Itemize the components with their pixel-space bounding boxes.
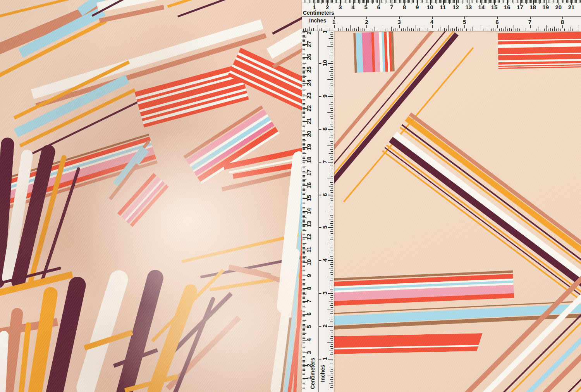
inch-tick [569, 29, 569, 31]
cm-tick [303, 67, 305, 68]
ruler-number-cm: 8 [306, 287, 312, 290]
cm-tick [303, 226, 305, 227]
cm-tick [521, 0, 522, 3]
cm-tick [433, 0, 433, 3]
inch-tick [342, 27, 342, 31]
inch-tick [330, 149, 333, 150]
ruler-number-cm: 14 [306, 208, 312, 214]
cm-tick [560, 0, 560, 3]
inch-tick [329, 301, 333, 301]
inch-tick [327, 178, 333, 178]
inch-tick [483, 29, 483, 31]
cm-tick [303, 308, 306, 308]
cm-tick [303, 356, 305, 357]
cm-tick [303, 103, 305, 104]
cm-tick [570, 0, 571, 3]
inch-tick [329, 318, 333, 318]
cm-tick [303, 294, 306, 295]
cm-tick [303, 99, 305, 100]
ruler-number-cm: 11 [440, 4, 446, 10]
cm-tick [442, 0, 442, 3]
inch-tick [391, 27, 392, 31]
cm-tick [303, 265, 305, 265]
cm-tick [303, 349, 305, 349]
inch-tick [331, 45, 333, 45]
inch-tick [330, 240, 333, 240]
cm-tick [371, 0, 371, 3]
inch-tick [559, 28, 559, 31]
inch-tick [331, 217, 333, 217]
cm-tick [303, 221, 305, 222]
cm-tick [551, 0, 551, 3]
cm-tick [303, 137, 305, 137]
cm-tick [303, 360, 305, 361]
cm-tick [303, 338, 305, 339]
cm-tick [303, 193, 305, 193]
inch-tick [352, 29, 352, 31]
ruler-number-cm: 16 [504, 4, 511, 10]
cm-tick [303, 98, 305, 98]
inch-tick [383, 25, 383, 31]
ruler-number-cm: 23 [306, 92, 312, 99]
ruler-number-cm: 19 [306, 144, 312, 150]
cm-tick [303, 252, 305, 253]
cm-tick [454, 0, 455, 3]
cm-tick [576, 0, 577, 3]
cm-tick [393, 0, 393, 3]
inch-tick [331, 332, 333, 332]
cm-tick [303, 322, 305, 322]
inch-tick [331, 123, 333, 123]
cm-tick [303, 358, 305, 358]
inch-tick [534, 28, 534, 31]
cm-tick [535, 0, 536, 3]
inch-tick [356, 29, 357, 31]
inch-tick [440, 27, 440, 31]
inch-tick [554, 27, 555, 31]
cm-tick [303, 269, 306, 269]
cm-tick [356, 0, 356, 3]
inch-tick [369, 29, 369, 31]
cm-tick [303, 323, 305, 323]
cm-tick [473, 0, 473, 3]
cm-tick [303, 92, 305, 92]
cm-tick [303, 58, 305, 59]
cm-tick [303, 197, 305, 197]
cm-tick [325, 0, 325, 3]
cm-tick [552, 0, 552, 4]
inch-tick [338, 28, 339, 31]
cm-tick [566, 0, 567, 3]
inch-tick [522, 27, 522, 31]
inch-tick [516, 29, 516, 31]
cm-tick [303, 253, 305, 254]
cm-tick [303, 236, 305, 236]
ruler-left-cm-label: Centimeters [310, 358, 315, 389]
inch-tick [330, 297, 333, 298]
ruler-number-cm: 17 [517, 4, 523, 10]
cm-tick [303, 310, 305, 310]
cm-tick [395, 0, 396, 3]
cm-tick [303, 107, 305, 108]
cm-tick [303, 220, 305, 221]
cm-tick [503, 0, 504, 3]
inch-tick [330, 34, 333, 35]
cm-tick [444, 0, 445, 3]
inch-tick [532, 29, 532, 31]
inch-tick [331, 139, 333, 139]
inch-tick [329, 203, 333, 203]
cm-tick [303, 287, 305, 287]
inch-tick [331, 238, 333, 238]
inch-tick [329, 71, 333, 72]
inch-tick [331, 221, 333, 222]
inch-tick [329, 121, 333, 121]
cm-tick [547, 0, 547, 3]
striped-patch-stripe [362, 32, 373, 72]
inch-tick [327, 310, 333, 310]
cm-tick [303, 132, 305, 132]
cm-tick [303, 293, 305, 294]
cm-tick [303, 229, 305, 229]
cm-tick [429, 0, 429, 3]
ruler-number-cm: 13 [465, 4, 472, 10]
cm-tick [495, 0, 496, 3]
cm-tick [506, 0, 506, 3]
cm-tick [303, 94, 305, 94]
